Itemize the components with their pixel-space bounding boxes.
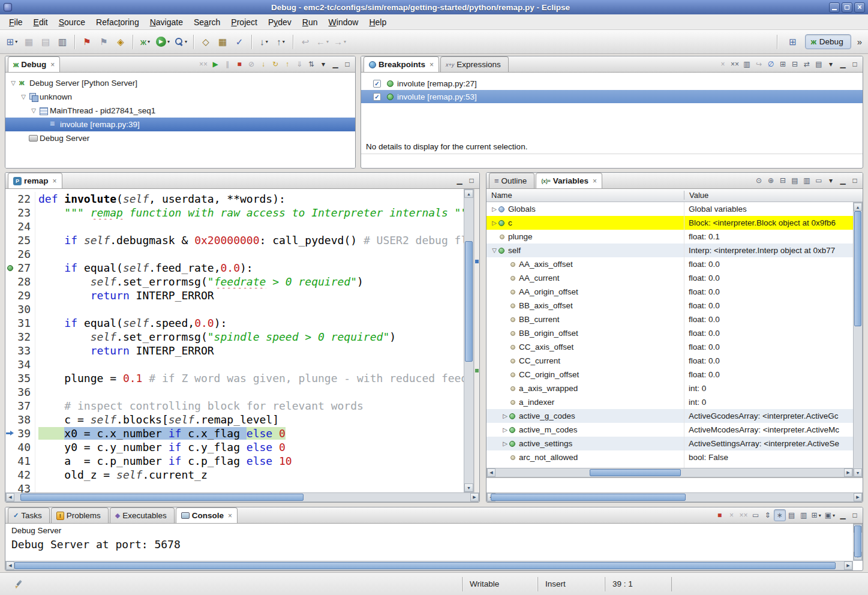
gutter-marker-column[interactable] [5,454,15,468]
tree-expander-icon[interactable]: ▽ [19,94,28,100]
gutter-marker-column[interactable] [5,413,15,426]
gutter-marker-column[interactable] [5,357,15,371]
variable-row[interactable]: plungefloat: 0.1 [486,230,863,244]
scroll-left-arrow[interactable]: ◀ [487,468,495,477]
tree-expander-icon[interactable]: ▷ [501,441,509,447]
close-debug-view-icon[interactable]: × [50,61,55,69]
link-with-debug-button[interactable]: ⇄ [801,58,813,70]
code-text[interactable] [35,247,464,261]
scroll-right-arrow[interactable]: ▶ [844,468,852,477]
show-supported-breakpoints-button[interactable]: ▥ [741,58,753,70]
skip-all-breakpoints-button[interactable]: ∅ [765,58,777,70]
gutter-marker-column[interactable] [5,330,15,344]
tree-expander-icon[interactable]: ▽ [9,80,17,86]
new-task-button[interactable]: ✓ [232,34,247,50]
menu-edit[interactable]: Edit [28,15,53,29]
gutter-marker-column[interactable] [5,371,15,385]
collapse-all-button[interactable]: ⊟ [777,175,789,187]
maximize-view-button[interactable]: □ [849,58,861,70]
gutter-marker-column[interactable] [5,468,15,482]
gutter-marker-column[interactable] [5,192,15,206]
variable-row[interactable]: BB_axis_offsetfloat: 0.0 [486,299,863,312]
debug-tree-item[interactable]: involute [remap.py:39] [5,118,355,131]
breakpoint-checkbox[interactable]: ✓ [373,93,381,101]
variable-row[interactable]: ▽selfInterp: <interpreter.Interp object … [486,244,863,257]
tab-editor-remap[interactable]: P remap × [8,173,62,188]
pydev-gray-flag-button[interactable]: ⚑ [96,34,112,50]
tab-problems[interactable]: Problems [51,507,109,523]
close-breakpoints-view-icon[interactable]: × [430,61,434,69]
pin-console-button[interactable]: ∗ [774,509,786,521]
resume-button[interactable]: ▶ [209,58,221,70]
gutter-marker-column[interactable] [5,344,15,357]
variable-row[interactable]: CC_axis_offsetfloat: 0.0 [486,340,863,354]
previous-annotation-button[interactable]: ↑▾ [273,34,289,50]
overview-ruler[interactable] [474,189,479,492]
code-text[interactable] [35,385,464,399]
code-text[interactable]: def involute(self, userdata, **words): [35,192,464,206]
tab-console[interactable]: Console × [176,507,238,523]
titlebar[interactable]: Debug - emc2-tc/configs/sim/remap/gettin… [0,0,868,14]
tree-expander-icon[interactable]: ▽ [29,108,38,114]
new-wizard-button[interactable]: ⊞▾ [4,34,20,50]
remove-all-breakpoints-button[interactable]: ×× [729,58,741,70]
layout-horizontal-button[interactable]: ▤ [789,175,801,187]
gutter-marker-column[interactable] [5,426,15,440]
scroll-up-arrow[interactable]: ▲ [854,203,862,211]
code-text[interactable]: if equal(self.speed,0.0): [35,316,464,330]
tab-expressions[interactable]: Expressions [440,56,509,72]
breakpoint-row[interactable]: ✓involute [remap.py:53] [361,90,863,103]
close-editor-tab-icon[interactable]: × [53,177,57,185]
scroll-down-arrow[interactable]: ▼ [854,468,862,477]
debug-tree-item[interactable]: ▽Debug Server [Python Server] [5,76,355,90]
breakpoint-icon[interactable] [7,265,13,271]
editor-horizontal-scrollbar[interactable]: ◀▶ [5,492,479,502]
gutter-marker-column[interactable] [5,220,15,233]
variable-row[interactable]: CC_currentfloat: 0.0 [486,354,863,368]
variable-row[interactable]: BB_currentfloat: 0.0 [486,312,863,326]
open-console-button[interactable]: ⊞▾ [810,509,823,521]
scroll-thumb[interactable] [14,562,836,569]
variables-horizontal-scrollbar[interactable]: ◀▶ [486,468,853,477]
console-vertical-scrollbar[interactable]: ▲▼ [853,524,863,561]
gutter-marker-column[interactable] [5,399,15,413]
variable-row[interactable]: ▷active_m_codesActiveMcodesArray: <inter… [486,423,863,437]
code-text[interactable]: return INTERP_ERROR [35,344,464,357]
view-menu-button[interactable]: ▾ [317,58,329,70]
maximize-window-button[interactable] [842,2,852,13]
view-menu-button[interactable]: ▾ [825,175,837,187]
maximize-view-button[interactable]: □ [849,509,861,521]
menu-navigate[interactable]: Navigate [145,15,188,29]
tab-tasks[interactable]: Tasks [8,507,50,523]
scroll-thumb[interactable] [20,494,304,501]
menu-run[interactable]: Run [297,15,323,29]
tree-expander-icon[interactable]: ▷ [490,206,498,212]
tab-executables[interactable]: Executables [110,507,175,523]
show-stdout-button[interactable]: ▤ [786,509,798,521]
maximize-view-button[interactable]: □ [465,175,477,187]
scroll-right-arrow[interactable]: ▶ [854,493,862,501]
code-text[interactable]: return INTERP_ERROR [35,289,464,302]
show-details-pane-button[interactable]: ▤ [813,58,825,70]
code-text[interactable]: a = c.p_number if c.p_flag else 10 [35,454,464,468]
variable-row[interactable]: AA_currentfloat: 0.0 [486,271,863,285]
scroll-lock-button[interactable]: ⇕ [762,509,774,521]
display-console-button[interactable]: ▣▾ [823,509,837,521]
open-perspective-button[interactable]: ⊞ [785,34,801,50]
open-type-button[interactable]: ◇ [198,34,214,50]
terminate-button[interactable]: ■ [233,58,245,70]
scroll-thumb[interactable] [854,211,861,326]
code-text[interactable]: """ remap function with raw access to In… [35,206,464,220]
scroll-left-arrow[interactable]: ◀ [6,493,14,501]
gutter-marker-column[interactable] [5,247,15,261]
editor-vertical-scrollbar[interactable]: ▲▼ [464,189,474,492]
menu-help[interactable]: Help [364,15,392,29]
use-step-filters-button[interactable]: ⇅ [305,58,317,70]
step-return-button[interactable]: ↑ [281,58,293,70]
open-element-button[interactable]: ◈ [113,34,128,50]
minimize-view-button[interactable]: ▁ [453,175,465,187]
scroll-thumb[interactable] [854,525,861,557]
code-text[interactable] [35,357,464,371]
minimize-view-button[interactable]: ▁ [837,58,849,70]
minimize-view-button[interactable]: ▁ [837,509,849,521]
